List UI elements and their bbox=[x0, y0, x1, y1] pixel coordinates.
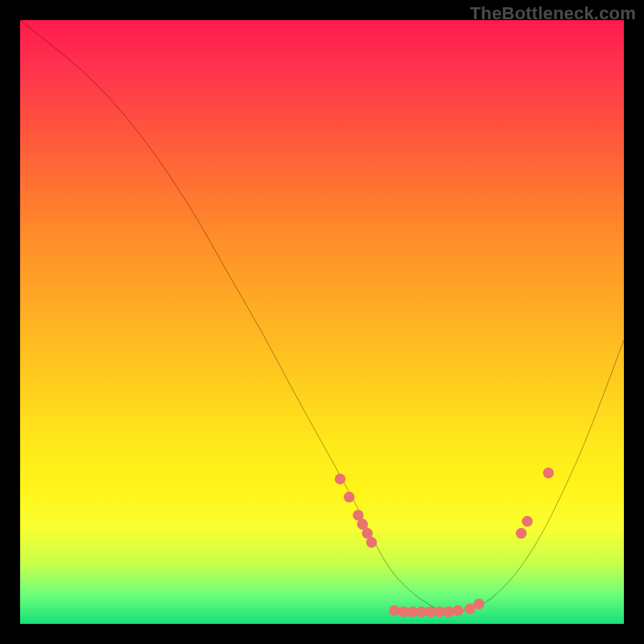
chart-frame: TheBottleneck.com bbox=[0, 0, 644, 644]
data-marker bbox=[335, 473, 345, 485]
data-marker bbox=[344, 492, 354, 503]
data-marker bbox=[543, 468, 555, 479]
watermark-text: TheBottleneck.com bbox=[470, 3, 636, 24]
plot-area bbox=[20, 20, 624, 624]
data-marker bbox=[452, 605, 464, 617]
data-marker bbox=[473, 598, 485, 609]
curve-layer bbox=[20, 20, 624, 624]
data-marker bbox=[516, 528, 527, 539]
data-marker bbox=[522, 516, 533, 527]
data-marker bbox=[366, 537, 378, 548]
bottleneck-curve bbox=[20, 20, 624, 612]
data-markers bbox=[335, 468, 554, 617]
